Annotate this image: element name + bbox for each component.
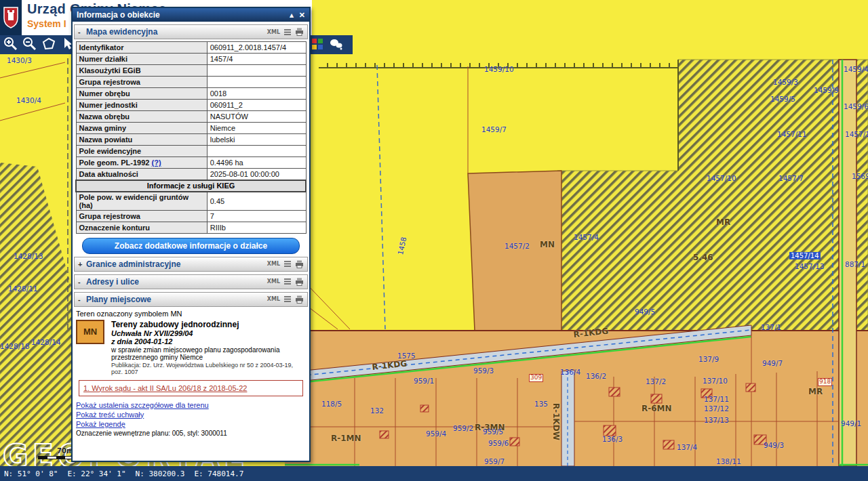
identify-icon[interactable] — [328, 37, 344, 53]
field-label: Numer jednostki — [76, 100, 207, 111]
court-ruling-link[interactable]: 1. Wyrok sądu - akt II SA/Lu 206/18 z 20… — [83, 384, 247, 392]
field-value — [207, 65, 306, 77]
field-value: 0.4496 ha — [207, 157, 306, 169]
plan-publication: Publikacja: Dz. Urz. Województwa Lubelsk… — [111, 362, 306, 375]
field-label: Pole ewidencyjne — [76, 146, 207, 157]
section-label: Plany miejscowe — [86, 295, 267, 304]
polygon-select-icon[interactable] — [41, 37, 57, 53]
parcel-info-table: Identyfikator060911_2.0018.1457/4 Numer … — [75, 41, 307, 234]
table-row: Pole ewidencyjne — [76, 146, 306, 157]
field-label: Klasoużytki EGiB — [76, 65, 207, 77]
print-icon[interactable] — [295, 260, 304, 268]
minimize-icon[interactable]: ▴ — [290, 12, 294, 19]
plan-date: z dnia 2004-01-12 — [111, 337, 306, 346]
show-legend-link[interactable]: Pokaż legendę — [76, 420, 306, 428]
field-label: Numer działki — [76, 54, 207, 65]
print-icon[interactable] — [295, 28, 304, 36]
field-label: Pole pow. w ewidencji gruntów (ha) — [76, 192, 207, 211]
app: 1430/31430/41428/131428/111428/141428/18… — [0, 0, 868, 481]
field-label: Data aktualności — [76, 169, 207, 180]
plan-description: w sprawie zmian miejscowego planu zagosp… — [111, 346, 306, 361]
field-value: lubelski — [207, 134, 306, 146]
table-row: Numer jednostki060911_2 — [76, 100, 306, 111]
scale-ruler — [38, 456, 73, 459]
section-adresy-i-ulice[interactable]: - Adresy i ulice XML — [74, 274, 308, 289]
zoom-in-icon[interactable] — [3, 37, 19, 53]
coord-wgs-n: N: 51° 0' 8" — [4, 469, 58, 478]
collapse-toggle[interactable]: - — [78, 278, 86, 286]
field-value: 060911_2.0018.1457/4 — [207, 42, 306, 54]
field-value — [207, 77, 306, 88]
plan-resolution: Uchwała Nr XVII/299/04 — [111, 329, 306, 337]
field-value: 0018 — [207, 88, 306, 100]
section-granice-administracyjne[interactable]: + Granice administracyjne XML — [74, 257, 308, 272]
field-value: 060911_2 — [207, 100, 306, 111]
table-row: Data aktualności2025-08-01 00:00:00 — [76, 169, 306, 180]
field-value: 1457/4 — [207, 54, 306, 65]
plany-content: Teren oznaczony symbolem MN MN Tereny za… — [73, 307, 309, 437]
field-value: 7 — [207, 210, 306, 222]
table-row: Pole geom. PL-1992 (?) 0.4496 ha — [76, 157, 306, 169]
field-label: Grupa rejestrowa — [76, 210, 207, 222]
details-button[interactable]: Zobacz dodatkowe informacje o działce — [82, 238, 300, 254]
field-value: NASUTÓW — [207, 111, 306, 123]
section-plany-miejscowe[interactable]: - Plany miejscowe XML — [74, 292, 308, 307]
table-row: Klasoużytki EGiB — [76, 65, 306, 77]
list-icon[interactable] — [283, 278, 292, 285]
section-label: Mapa ewidencyjna — [86, 27, 267, 37]
table-row: Oznaczenie konturuRIIIb — [76, 222, 306, 233]
plan-name: Tereny zabudowy jednorodzinnej — [111, 320, 306, 329]
close-icon[interactable]: ✕ — [299, 12, 305, 19]
show-details-link[interactable]: Pokaż ustalenia szczegółowe dla terenu — [76, 401, 306, 409]
plan-symbol-swatch: MN — [76, 320, 104, 344]
field-label: Grupa rejestrowa — [76, 77, 207, 88]
table-row: Pole pow. w ewidencji gruntów (ha)0.45 — [76, 192, 306, 211]
show-resolution-link[interactable]: Pokaż treść uchwały — [76, 411, 306, 419]
xml-export-icon[interactable]: XML — [267, 296, 280, 302]
field-label: Oznaczenie konturu — [76, 222, 207, 233]
table-row: Nazwa gminyNiemce — [76, 123, 306, 134]
panel-title: Informacja o obiekcie — [77, 10, 160, 20]
geom-label: Pole geom. PL-1992 — [79, 159, 150, 167]
field-label: Nazwa gminy — [76, 123, 207, 134]
zoom-out-icon[interactable] — [22, 37, 38, 53]
status-bar: N: 51° 0' 8" E: 22° 34' 1" N: 380200.3 E… — [0, 466, 868, 481]
field-label: Pole geom. PL-1992 (?) — [76, 157, 207, 169]
table-row: Numer działki1457/4 — [76, 54, 306, 65]
field-value: 2025-08-01 00:00:00 — [207, 169, 306, 180]
plan-zone-text: Teren oznaczony symbolem MN — [76, 310, 306, 318]
field-label: Numer obrębu — [76, 88, 207, 100]
xml-export-icon[interactable]: XML — [267, 29, 280, 35]
table-row: Nazwa obrębuNASUTÓW — [76, 111, 306, 123]
collapse-toggle[interactable]: - — [78, 295, 86, 304]
help-link[interactable]: (?) — [152, 159, 161, 167]
field-value — [207, 146, 306, 157]
kieg-header: Informacje z usługi KIEG — [76, 180, 306, 192]
collapse-toggle[interactable]: + — [78, 260, 86, 268]
field-label: Nazwa powiatu — [76, 134, 207, 146]
list-icon[interactable] — [283, 260, 292, 268]
coord-pl-e: E: 748014.7 — [194, 469, 243, 478]
table-row: Numer obrębu0018 — [76, 88, 306, 100]
coord-pl-n: N: 380200.3 — [136, 469, 185, 478]
field-label: Nazwa obrębu — [76, 111, 207, 123]
table-row: Nazwa powiatulubelski — [76, 134, 306, 146]
gmina-logo — [0, 0, 22, 35]
panel-title-bar[interactable]: Informacja o obiekcie ▴ ✕ — [73, 8, 309, 22]
xml-export-icon[interactable]: XML — [267, 278, 280, 285]
field-value: 0.45 — [207, 192, 306, 211]
section-label: Adresy i ulice — [86, 277, 267, 287]
list-icon[interactable] — [283, 295, 292, 303]
info-panel: Informacja o obiekcie ▴ ✕ - Mapa ewidenc… — [71, 7, 311, 462]
field-label: Identyfikator — [76, 42, 207, 54]
herb-icon — [3, 7, 19, 28]
xml-export-icon[interactable]: XML — [267, 261, 280, 267]
coord-wgs-e: E: 22° 34' 1" — [67, 469, 125, 478]
section-mapa-ewidencyjna[interactable]: - Mapa ewidencyjna XML — [74, 24, 308, 39]
print-icon[interactable] — [295, 278, 304, 286]
palette-icon[interactable] — [309, 37, 326, 53]
field-value: Niemce — [207, 123, 306, 134]
print-icon[interactable] — [295, 295, 304, 304]
collapse-toggle[interactable]: - — [78, 28, 86, 36]
list-icon[interactable] — [283, 28, 292, 36]
